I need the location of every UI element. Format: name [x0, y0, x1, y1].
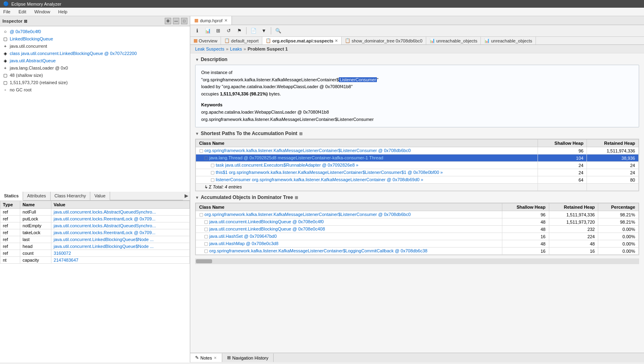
cell-shallow: 24	[538, 162, 587, 169]
tree-item[interactable]: + java.lang.ClassLoader @ 0x0	[0, 64, 190, 72]
paths-col-retained: Retained Heap	[587, 140, 639, 147]
gear-btn[interactable]: ⚙	[165, 18, 171, 24]
inner-tab-suspects[interactable]: 📋 org.eclipse.mat.api:suspects ✕	[262, 37, 342, 44]
tree-item[interactable]: ◦ no GC root	[0, 86, 190, 93]
menu-edit[interactable]: Edit	[17, 8, 28, 15]
class-icon: ▢	[2, 36, 8, 42]
table-row[interactable]: ▢ org.springframework.kafka.listener.Kaf…	[196, 248, 639, 255]
tab-value[interactable]: Value	[90, 192, 110, 200]
scroll-thumb	[196, 259, 212, 263]
tree-item[interactable]: ◈ class java.util.concurrent.LinkedBlock…	[0, 50, 190, 57]
filter-btn[interactable]: ⚑	[235, 26, 244, 35]
table-row[interactable]: ref takeLock java.util.concurrent.locks.…	[0, 229, 190, 236]
table-row[interactable]: ref last java.util.concurrent.LinkedBloc…	[0, 236, 190, 243]
barchart-btn[interactable]: 📊	[203, 26, 212, 35]
report-btn[interactable]: 📄	[249, 26, 258, 35]
bottom-tab-notes[interactable]: ✎ Notes ✕	[190, 353, 222, 362]
cell-classname: ▢ org.springframework.kafka.listener.Kaf…	[196, 248, 502, 255]
dropdown-btn[interactable]: ▼	[259, 26, 268, 35]
info-btn[interactable]: ℹ	[193, 26, 202, 35]
paths-export-icon[interactable]: ⊞	[299, 131, 302, 136]
dom-col-retained: Retained Heap	[549, 203, 598, 211]
maximize-btn[interactable]: □	[181, 18, 187, 24]
table-row[interactable]: ref head java.util.concurrent.LinkedBloc…	[0, 243, 190, 250]
inner-tab-unreachable2[interactable]: 📊 unreachable_objects	[481, 37, 536, 44]
nav-history-icon: ⊞	[227, 355, 231, 360]
cell-classname: ▢ java.lang.Thread @ 0x7092825d8 message…	[196, 154, 538, 162]
editor-tab-dump[interactable]: ▦ dump.hprof ✕	[190, 16, 232, 25]
dom-export-icon[interactable]: ⊞	[295, 195, 298, 200]
tab-class-hierarchy[interactable]: Class Hierarchy	[51, 192, 91, 200]
bottom-tab-nav-history[interactable]: ⊞ Navigation History	[222, 353, 274, 362]
inner-tab-default-report[interactable]: 📋 default_report	[221, 37, 262, 44]
close-editor-tab-btn[interactable]: ✕	[224, 18, 227, 23]
close-notes-btn[interactable]: ✕	[214, 356, 217, 360]
table-row[interactable]: ▢ java.util.HashSet @ 0x709647bd0 16 224…	[196, 233, 639, 240]
value-icon: ▢	[2, 80, 8, 85]
table-row[interactable]: ↳ Σ Total: 4 entries	[196, 184, 639, 191]
left-tab-bar: Statics Attributes Class Hierarchy Value…	[0, 192, 190, 201]
tree-item[interactable]: ◈ java.util.AbstractQueue	[0, 57, 190, 64]
dominator-header[interactable]: ▼ Accumulated Objects in Dominator Tree …	[195, 195, 639, 200]
tree-item[interactable]: ▢ LinkedBlockingQueue	[0, 35, 190, 42]
toolbar-sep2	[271, 27, 271, 34]
breadcrumb-leaks[interactable]: Leaks	[230, 47, 242, 51]
horizontal-scrollbar[interactable]	[195, 258, 639, 264]
cell-retained: 38,936	[587, 154, 639, 162]
cell-percentage: 98.21%	[598, 218, 639, 226]
table-row[interactable]: ▢ java.util.concurrent.LinkedBlockingQue…	[196, 218, 639, 226]
tab-statics[interactable]: Statics	[0, 192, 23, 201]
inner-tab-dominator[interactable]: 📋 show_dominator_tree 0x708db6bc0	[342, 37, 426, 44]
shortest-paths-header[interactable]: ▼ Shortest Paths To the Accumulation Poi…	[195, 131, 639, 136]
table-row[interactable]: ▢ task java.util.concurrent.Executors$Ru…	[196, 162, 639, 169]
table-row[interactable]: ▢ this$1 org.springframework.kafka.liste…	[196, 169, 639, 176]
description-header[interactable]: ▼ Description	[195, 57, 639, 62]
minimize-btn[interactable]: —	[173, 18, 179, 24]
table-row[interactable]: ▢ listenerConsumer org.springframework.k…	[196, 176, 639, 184]
tree-item[interactable]: ○ @ 0x708e0c4f0	[0, 28, 190, 35]
tree-item[interactable]: + java.util.concurrent	[0, 42, 190, 50]
table-btn[interactable]: ⊞	[214, 26, 223, 35]
shortest-paths-section: ▼ Shortest Paths To the Accumulation Poi…	[195, 131, 639, 191]
table-row[interactable]: ▢ java.util.concurrent.LinkedBlockingQue…	[196, 226, 639, 233]
cell-name: notFull	[20, 208, 51, 215]
inner-tab-unreachable1[interactable]: 📊 unreachable_objects	[426, 37, 481, 44]
paths-col-shallow: Shallow Heap	[538, 140, 587, 147]
cell-retained: 24	[587, 169, 639, 176]
cell-shallow: 16	[502, 233, 549, 240]
file-icon: ▢	[204, 219, 208, 224]
file-icon: ▢	[204, 155, 208, 160]
tree-item[interactable]: ▢ 1,511,973,720 (retained size)	[0, 79, 190, 86]
unreachable1-icon: 📊	[429, 38, 435, 43]
cell-retained: 80	[587, 176, 639, 184]
tab-attributes[interactable]: Attributes	[23, 192, 50, 200]
close-suspects-btn[interactable]: ✕	[335, 39, 338, 43]
table-row[interactable]: ref notFull java.util.concurrent.locks.A…	[0, 208, 190, 215]
main-layout: Inspector ⊠ ⚙ — □ ○ @ 0x708e0c4f0 ▢ Link…	[0, 16, 644, 362]
search-btn[interactable]: 🔍	[274, 26, 283, 35]
table-row[interactable]: nt capacity 2147483647	[0, 256, 190, 263]
tab-menu-btn[interactable]: ▶	[183, 192, 190, 200]
description-text: One instance of "org.springframework.kaf…	[201, 69, 633, 97]
cell-shallow: 48	[502, 240, 549, 248]
cell-type: ref	[0, 250, 20, 256]
table-row[interactable]: ref count 3160072	[0, 250, 190, 256]
menu-window[interactable]: Window	[33, 8, 52, 15]
table-row[interactable]: ▢ java.lang.Thread @ 0x7092825d8 message…	[196, 154, 639, 162]
table-row[interactable]: ▢ org.springframework.kafka.listener.Kaf…	[196, 147, 639, 154]
inner-tab-overview[interactable]: ▦ Overview	[190, 37, 221, 44]
cell-name: count	[20, 250, 51, 256]
menu-file[interactable]: File	[2, 8, 12, 15]
table-row[interactable]: ref putLock java.util.concurrent.locks.R…	[0, 215, 190, 222]
file-icon: ▢	[204, 241, 208, 246]
inner-tab-bar: ▦ Overview 📋 default_report 📋 org.eclips…	[190, 37, 644, 45]
highlighted-class-name: ListenerConsumer	[339, 77, 377, 82]
breadcrumb-leak-suspects[interactable]: Leak Suspects	[195, 47, 224, 51]
table-row[interactable]: ▢ org.springframework.kafka.listener.Kaf…	[196, 211, 639, 218]
table-row[interactable]: ref notEmpty java.util.concurrent.locks.…	[0, 222, 190, 229]
tree-item[interactable]: ▢ 48 (shallow size)	[0, 72, 190, 79]
menu-help[interactable]: Help	[57, 8, 69, 15]
table-row[interactable]: ▢ java.util.HashMap @ 0x708e0c3d8 48 48 …	[196, 240, 639, 248]
refresh-btn[interactable]: ↺	[224, 26, 233, 35]
cell-classname: ▢ this$1 org.springframework.kafka.liste…	[196, 169, 538, 176]
